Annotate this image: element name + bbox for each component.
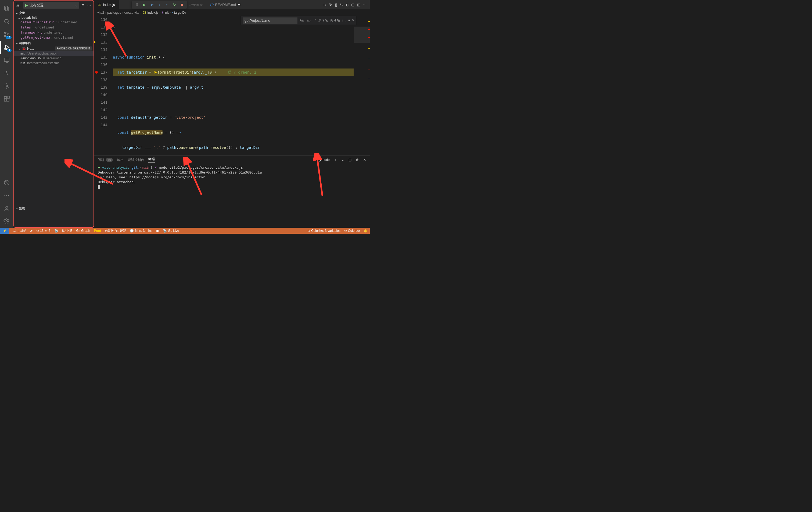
continue-button[interactable]: ▶ bbox=[141, 1, 148, 8]
gripper-icon[interactable]: ⠿ bbox=[133, 1, 140, 8]
split-terminal-icon[interactable]: ◫ bbox=[348, 158, 351, 162]
terminal-profile[interactable]: ❯ node bbox=[319, 158, 330, 162]
config-label: 没有配置 bbox=[30, 3, 44, 8]
svg-rect-1 bbox=[5, 7, 8, 11]
bookmarks-icon[interactable] bbox=[0, 67, 13, 80]
tab-index-js[interactable]: JSindex.js bbox=[94, 0, 119, 9]
settings-icon[interactable] bbox=[0, 215, 13, 228]
find-widget: Aa ab .* 第 ? 项, 共 4 项 ↑ ↓ ≡ ✕ bbox=[241, 16, 356, 25]
watch-status[interactable]: ▣ bbox=[156, 229, 159, 233]
regex-icon[interactable]: .* bbox=[313, 18, 317, 23]
next-match-icon[interactable]: ↓ bbox=[345, 19, 347, 22]
step-out-button[interactable]: ↑ bbox=[163, 1, 170, 8]
file-size[interactable]: 8.4 KiB bbox=[62, 229, 72, 233]
tab-terminal[interactable]: 终端 bbox=[148, 157, 155, 163]
activity-bar: 16 1 bbox=[0, 0, 13, 228]
more-actions-icon[interactable]: ⋯ bbox=[363, 3, 367, 7]
extensions-icon[interactable] bbox=[0, 92, 13, 105]
tab-output[interactable]: 输出 bbox=[117, 158, 124, 162]
close-panel-icon[interactable]: ✕ bbox=[363, 158, 366, 162]
tab-readme[interactable]: ⓘREADME.mdM bbox=[206, 0, 244, 9]
terminal-dropdown-icon[interactable]: ⌄ bbox=[342, 158, 344, 162]
tab-problems[interactable]: 问题19 bbox=[98, 158, 113, 162]
close-icon[interactable]: ✕ bbox=[352, 19, 354, 22]
run-debug-icon[interactable]: 1 bbox=[0, 41, 13, 54]
git-graph[interactable]: Git Graph bbox=[76, 229, 90, 233]
remote-indicator[interactable]: ⚡ bbox=[0, 228, 9, 234]
more-icon[interactable] bbox=[0, 189, 13, 202]
more-icon[interactable]: ⋯ bbox=[87, 3, 91, 7]
diff-icon[interactable]: ◐ bbox=[346, 3, 348, 7]
pont[interactable]: Pont bbox=[94, 229, 101, 233]
gutter[interactable]: 130 131 132 133 134 135 136 137 138 139 … bbox=[94, 16, 113, 155]
match-case-icon[interactable]: Aa bbox=[299, 18, 305, 23]
kill-terminal-icon[interactable]: 🗑 bbox=[356, 158, 359, 162]
variable-row[interactable]: files: undefined bbox=[14, 25, 93, 30]
radio-status[interactable]: 📡 bbox=[54, 229, 58, 233]
stack-frame[interactable]: runinternal/modules/esm/... bbox=[14, 61, 93, 65]
remote-explorer-icon[interactable] bbox=[0, 54, 13, 67]
svg-point-11 bbox=[6, 85, 7, 87]
minimap[interactable] bbox=[354, 16, 370, 155]
find-input[interactable] bbox=[243, 18, 297, 24]
account-icon[interactable] bbox=[0, 202, 13, 215]
debug-badge: 1 bbox=[7, 49, 11, 52]
step-into-button[interactable]: ↓ bbox=[156, 1, 163, 8]
find-in-selection-icon[interactable]: ≡ bbox=[348, 19, 350, 22]
go-live[interactable]: 📡 Go Live bbox=[163, 229, 179, 233]
svg-point-2 bbox=[5, 19, 8, 23]
variables-section[interactable]: ⌄变量 bbox=[14, 10, 93, 16]
stop-button[interactable]: ⏹ bbox=[178, 1, 185, 8]
split-icon[interactable]: ◫ bbox=[357, 3, 360, 7]
editor-tabs: JSindex.js ⠿ ▶ ⤼ ↓ ↑ ↻ ⏹ x.js.../minimis… bbox=[94, 0, 370, 9]
notifications-icon[interactable]: 🔔 bbox=[364, 229, 368, 233]
code-editor[interactable]: } async function init() { let targetDir … bbox=[113, 16, 354, 155]
chevron-down-icon: ⌄ bbox=[75, 3, 78, 7]
svg-point-20 bbox=[5, 195, 5, 196]
gitlens-icon[interactable] bbox=[0, 80, 13, 92]
callstack-section[interactable]: ⌄调用堆栈 bbox=[14, 40, 93, 46]
git-circle-icon[interactable] bbox=[0, 176, 13, 189]
debug-toolbar[interactable]: ⠿ ▶ ⤼ ↓ ↑ ↻ ⏹ bbox=[132, 1, 187, 9]
problems-status[interactable]: ⊘ 13 ⚠ 6 bbox=[36, 229, 51, 233]
wakatime[interactable]: 🕐 6 hrs 3 mins bbox=[130, 229, 152, 233]
local-scope[interactable]: ⌄Local: init bbox=[14, 16, 93, 20]
timeline-icon[interactable]: ↻ bbox=[329, 3, 332, 7]
gear-icon[interactable]: ⚙ bbox=[81, 3, 85, 7]
find-result: 第 ? 项, 共 4 项 bbox=[318, 18, 340, 23]
variable-row[interactable]: getProjectName: undefined bbox=[14, 35, 93, 40]
source-control-icon[interactable]: 16 bbox=[0, 28, 13, 41]
svg-point-21 bbox=[6, 195, 7, 196]
svg-point-17 bbox=[6, 182, 6, 182]
step-over-button[interactable]: ⤼ bbox=[148, 1, 155, 8]
svg-point-24 bbox=[6, 220, 7, 222]
preview-icon[interactable]: ▢ bbox=[351, 3, 354, 7]
colorize[interactable]: ⊘ Colorize bbox=[344, 229, 360, 233]
new-terminal-icon[interactable]: ＋ bbox=[334, 158, 337, 162]
auto-attach[interactable]: 自动附加: 智能 bbox=[105, 229, 126, 233]
sync-status[interactable]: ⟳ bbox=[30, 229, 32, 233]
terminal[interactable]: ➜ vite-analysis git:(main) ✗ node vite2/… bbox=[94, 164, 370, 228]
braces-icon[interactable]: {} bbox=[335, 3, 337, 7]
bottom-panel: 问题19 输出 调试控制台 终端 ❯ node ＋ ⌄ ◫ 🗑 ✕ ➜ vite… bbox=[94, 155, 370, 228]
thread-row[interactable]: ⌄ 🐞 No... PAUSED ON BREAKPOINT bbox=[14, 46, 93, 51]
whole-word-icon[interactable]: ab bbox=[306, 18, 311, 23]
stack-frame[interactable]: init/Users/ruochuan/git-... bbox=[14, 51, 93, 56]
compare-icon[interactable]: ⇆ bbox=[340, 3, 343, 7]
debug-config-select[interactable]: ▶ 没有配置 ⌄ bbox=[23, 2, 79, 9]
variable-row[interactable]: framework: undefined bbox=[14, 30, 93, 35]
run-icon[interactable]: ▷ bbox=[324, 3, 326, 7]
search-icon[interactable] bbox=[0, 15, 13, 28]
explorer-icon[interactable] bbox=[0, 2, 13, 15]
watch-section[interactable]: ⌄监视 bbox=[14, 205, 93, 211]
tab-debug-console[interactable]: 调试控制台 bbox=[128, 158, 144, 162]
stack-frame[interactable]: <anonymous>/Users/ruoch... bbox=[14, 56, 93, 61]
restart-button[interactable]: ↻ bbox=[171, 1, 178, 8]
breadcrumb[interactable]: vite2› packages› create-vite› JSindex.js… bbox=[94, 9, 370, 16]
branch-status[interactable]: ⎇ main* bbox=[13, 229, 26, 233]
colorize-vars[interactable]: ⊘ Colorize: 3 variables bbox=[308, 229, 341, 233]
prev-match-icon[interactable]: ↑ bbox=[342, 19, 343, 22]
variable-row[interactable]: defaultTargetDir: undefined bbox=[14, 20, 93, 25]
svg-rect-9 bbox=[4, 58, 9, 62]
svg-point-5 bbox=[5, 35, 6, 37]
